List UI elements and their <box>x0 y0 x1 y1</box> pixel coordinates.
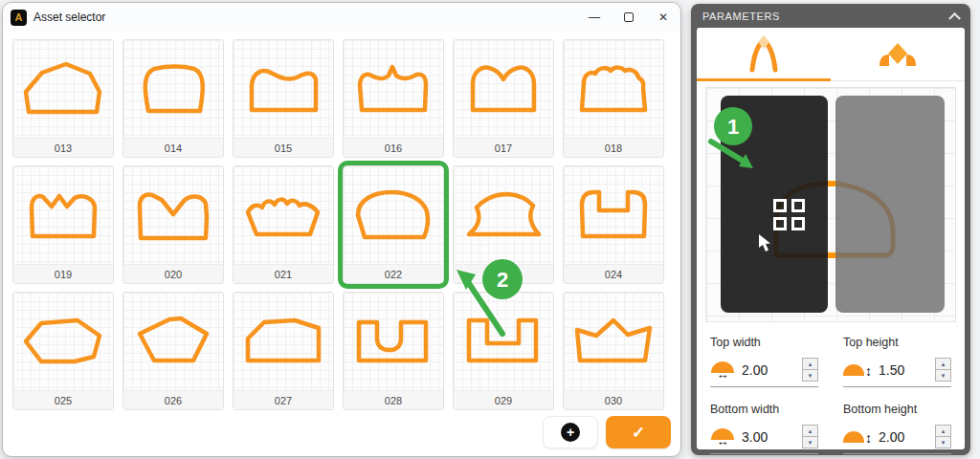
asset-cell[interactable]: 023 <box>453 165 554 284</box>
asset-id-label: 022 <box>344 264 443 283</box>
asset-cell[interactable]: 030 <box>563 292 664 410</box>
value-spinner: ▲ ▼ <box>935 358 951 382</box>
parameter-label: Bottom height <box>843 403 951 416</box>
dome-icon: ↔ <box>710 428 735 446</box>
asset-id-label: 023 <box>454 264 553 283</box>
parameter-value[interactable]: 3.00 <box>742 429 768 445</box>
value-spinner: ▲ ▼ <box>935 425 951 448</box>
tab-gem-segments[interactable] <box>831 28 965 81</box>
window-title: Asset selector <box>33 11 105 24</box>
asset-shape-icon <box>125 167 221 263</box>
parameters-panel: PARAMETERS <box>691 4 970 455</box>
asset-cell[interactable]: 016 <box>343 39 444 158</box>
parameter-field: Top height ↕ 1.50 ▲ ▼ <box>843 336 951 387</box>
parameters-title: PARAMETERS <box>702 11 780 22</box>
asset-shape-icon <box>235 167 331 263</box>
preview-option-edit[interactable] <box>835 96 945 313</box>
spinner-down-button[interactable]: ▼ <box>935 369 951 382</box>
add-asset-button[interactable]: + <box>543 416 598 448</box>
parameter-value[interactable]: 2.00 <box>879 429 904 445</box>
collapse-chevron-up-icon[interactable] <box>948 12 961 25</box>
shape-preview-area: 1 <box>705 87 956 322</box>
asset-id-label: 025 <box>13 390 113 409</box>
titlebar[interactable]: A Asset selector — ✕ <box>3 3 680 32</box>
maximize-button[interactable] <box>612 3 646 32</box>
spinner-down-button[interactable]: ▼ <box>802 369 818 382</box>
spinner-down-button[interactable]: ▼ <box>802 436 818 448</box>
parameter-value[interactable]: 1.50 <box>879 362 904 378</box>
asset-id-label: 017 <box>454 138 553 157</box>
asset-id-label: 030 <box>564 390 663 409</box>
asset-shape-icon <box>15 294 111 389</box>
asset-cell[interactable]: 013 <box>12 39 114 158</box>
asset-shape-icon <box>456 167 551 263</box>
asset-id-label: 029 <box>454 390 553 409</box>
axis-arrow-icon: ↕ <box>865 431 872 445</box>
asset-id-label: 026 <box>123 390 223 409</box>
asset-shape-icon <box>456 41 551 137</box>
asset-shape-icon <box>125 294 221 389</box>
spinner-down-button[interactable]: ▼ <box>935 436 951 448</box>
asset-shape-icon <box>566 41 661 137</box>
asset-cell[interactable]: 029 <box>453 292 554 410</box>
asset-cell[interactable]: 022 <box>343 165 444 284</box>
axis-arrow-icon: ↔ <box>717 438 729 446</box>
parameter-field: Bottom width ↔ 3.00 ▲ ▼ <box>710 403 818 454</box>
close-button[interactable]: ✕ <box>646 3 680 32</box>
asset-shape-icon <box>456 294 551 389</box>
asset-id-label: 027 <box>234 390 333 409</box>
asset-cell[interactable]: 014 <box>122 39 224 158</box>
asset-cell[interactable]: 020 <box>122 165 224 284</box>
asset-id-label: 019 <box>13 264 113 283</box>
asset-cell[interactable]: 017 <box>453 39 554 158</box>
asset-shape-icon <box>125 41 221 137</box>
asset-shape-icon <box>345 167 441 263</box>
value-spinner: ▲ ▼ <box>802 358 818 382</box>
asset-shape-icon <box>345 294 441 389</box>
asset-id-label: 016 <box>344 138 443 157</box>
parameter-field: Bottom height ↕ 2.00 ▲ ▼ <box>843 403 951 454</box>
parameter-label: Bottom width <box>710 403 818 416</box>
asset-id-label: 028 <box>344 390 443 409</box>
asset-cell[interactable]: 024 <box>563 165 664 284</box>
asset-cell[interactable]: 019 <box>12 165 114 284</box>
app-logo-icon: A <box>11 10 27 26</box>
parameter-tabs <box>697 28 965 81</box>
parameter-label: Top width <box>710 336 818 349</box>
asset-shape-icon <box>345 41 441 137</box>
minimize-button[interactable]: — <box>577 3 612 32</box>
confirm-button[interactable]: ✓ <box>606 416 671 448</box>
parameter-fields: Top width ↔ 2.00 ▲ ▼ Top height ↕ 1.50 ▲… <box>697 330 965 454</box>
dome-icon: ↔ <box>710 361 735 379</box>
dome-icon: ↕ <box>843 364 872 376</box>
asset-grid: 013 014 015 016 017 <box>12 39 664 410</box>
asset-id-label: 021 <box>234 264 333 283</box>
asset-shape-icon <box>15 167 111 263</box>
parameter-value[interactable]: 2.00 <box>742 362 768 378</box>
parameter-label: Top height <box>843 336 951 349</box>
dome-icon: ↕ <box>843 431 872 443</box>
asset-cell[interactable]: 026 <box>122 292 224 410</box>
parameters-header[interactable]: PARAMETERS <box>697 4 965 28</box>
value-spinner: ▲ ▼ <box>802 425 818 448</box>
asset-shape-icon <box>566 294 661 389</box>
asset-cell[interactable]: 018 <box>563 39 664 158</box>
asset-shape-icon <box>566 167 661 263</box>
asset-cell[interactable]: 021 <box>233 165 334 284</box>
asset-cell[interactable]: 027 <box>233 292 334 410</box>
asset-id-label: 013 <box>13 138 113 157</box>
parameter-field: Top width ↔ 2.00 ▲ ▼ <box>710 336 818 387</box>
preview-option-presets[interactable] <box>721 96 828 313</box>
asset-cell[interactable]: 015 <box>233 39 334 158</box>
plus-icon: + <box>561 423 580 442</box>
arch-shape-icon <box>743 33 785 74</box>
asset-id-label: 020 <box>123 264 223 283</box>
asset-shape-icon <box>235 294 331 389</box>
axis-arrow-icon: ↔ <box>717 371 729 379</box>
asset-id-label: 018 <box>564 138 663 157</box>
asset-cell[interactable]: 025 <box>12 292 114 410</box>
asset-shape-icon <box>235 41 331 137</box>
asset-id-label: 015 <box>234 138 333 157</box>
tab-shape-profile[interactable] <box>697 28 831 81</box>
asset-cell[interactable]: 028 <box>343 292 444 410</box>
